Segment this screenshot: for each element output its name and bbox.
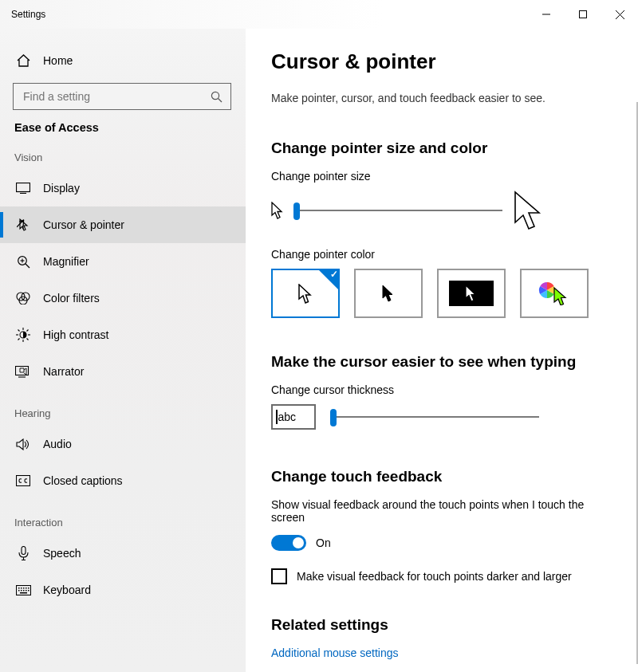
svg-rect-39 — [20, 592, 27, 594]
cursor-thickness-slider[interactable] — [330, 407, 539, 426]
display-icon — [14, 183, 32, 194]
sidebar-item-high-contrast[interactable]: High contrast — [0, 316, 246, 353]
home-row[interactable]: Home — [0, 45, 246, 77]
cursor-white-icon — [298, 284, 313, 304]
svg-line-23 — [18, 339, 20, 340]
svg-rect-34 — [18, 590, 20, 591]
sidebar-item-label: Magnifier — [43, 255, 89, 268]
magnifier-icon — [14, 255, 32, 269]
inverted-bg — [449, 281, 494, 306]
minimize-icon — [542, 10, 550, 18]
svg-rect-35 — [21, 590, 22, 591]
sidebar-item-label: Color filters — [43, 292, 100, 305]
svg-rect-37 — [26, 590, 27, 591]
sidebar-item-label: Narrator — [43, 365, 84, 378]
svg-rect-31 — [23, 588, 25, 589]
svg-rect-6 — [17, 183, 30, 192]
sidebar-item-label: Cursor & pointer — [43, 218, 124, 231]
section-related: Related settings — [271, 616, 612, 634]
svg-rect-32 — [26, 588, 27, 589]
color-filters-icon — [14, 292, 32, 305]
section-pointer-size-color: Change pointer size and color — [271, 140, 612, 157]
svg-rect-36 — [23, 590, 25, 591]
svg-rect-38 — [28, 590, 30, 591]
slider-thumb[interactable] — [330, 409, 337, 426]
page-title: Cursor & pointer — [271, 49, 612, 74]
sidebar-item-label: High contrast — [43, 328, 108, 341]
touch-feedback-description: Show visual feedback around the touch po… — [271, 498, 598, 524]
pointer-small-icon — [271, 202, 284, 219]
sidebar-item-cursor-pointer[interactable]: Cursor & pointer — [0, 206, 246, 243]
audio-icon — [14, 438, 32, 450]
close-button[interactable] — [601, 0, 638, 29]
group-label-vision: Vision — [0, 151, 246, 163]
svg-line-21 — [27, 339, 29, 340]
section-touch-feedback: Change touch feedback — [271, 468, 612, 485]
thickness-preview: abc — [271, 404, 316, 430]
sidebar-item-speech[interactable]: Speech — [0, 535, 246, 572]
touch-feedback-toggle[interactable] — [271, 535, 306, 551]
slider-track — [293, 210, 502, 211]
maximize-button[interactable] — [565, 0, 601, 29]
additional-mouse-settings-link[interactable]: Additional mouse settings — [271, 646, 612, 659]
sidebar-item-keyboard[interactable]: Keyboard — [0, 572, 246, 608]
pointer-size-label: Change pointer size — [271, 170, 612, 183]
group-label-interaction: Interaction — [0, 517, 246, 529]
svg-line-9 — [26, 264, 30, 268]
darker-larger-checkbox[interactable] — [271, 568, 287, 584]
closed-captions-icon — [14, 475, 32, 486]
search-box[interactable] — [13, 83, 231, 110]
cursor-black-icon — [382, 285, 395, 302]
content-area: Cursor & pointer Make pointer, cursor, a… — [246, 29, 638, 672]
svg-rect-33 — [28, 588, 30, 589]
sidebar-item-audio[interactable]: Audio — [0, 426, 246, 462]
minimize-button[interactable] — [528, 0, 565, 29]
page-subtitle: Make pointer, cursor, and touch feedback… — [271, 92, 612, 104]
sidebar-item-label: Display — [43, 182, 80, 195]
pointer-color-label: Change pointer color — [271, 248, 612, 261]
sidebar-item-label: Closed captions — [43, 474, 123, 487]
maximize-icon — [579, 10, 587, 18]
svg-rect-1 — [580, 11, 587, 18]
cursor-icon — [14, 218, 32, 232]
search-icon — [211, 91, 223, 103]
svg-point-4 — [211, 92, 219, 99]
pointer-color-black[interactable] — [354, 269, 423, 318]
pointer-color-custom[interactable] — [520, 269, 589, 318]
slider-track — [330, 416, 539, 418]
sidebar-item-label: Speech — [43, 547, 81, 560]
speech-icon — [14, 546, 32, 560]
search-input[interactable] — [22, 89, 211, 104]
cursor-inverted-icon — [465, 285, 478, 302]
slider-thumb[interactable] — [293, 202, 300, 220]
home-label: Home — [43, 54, 73, 67]
sidebar-item-color-filters[interactable]: Color filters — [0, 280, 246, 316]
sidebar-item-closed-captions[interactable]: Closed captions — [0, 462, 246, 499]
thickness-sample-text: abc — [278, 411, 297, 423]
selected-check-icon — [317, 269, 340, 291]
sidebar-item-magnifier[interactable]: Magnifier — [0, 243, 246, 280]
pointer-large-icon — [514, 191, 544, 230]
home-icon — [14, 54, 32, 67]
svg-line-5 — [219, 98, 223, 102]
color-wheel-icon — [538, 281, 570, 305]
toggle-state-label: On — [316, 536, 331, 549]
pointer-color-inverted[interactable] — [437, 269, 506, 318]
keyboard-icon — [14, 585, 32, 595]
pointer-color-white[interactable] — [271, 269, 340, 318]
svg-rect-27 — [22, 547, 26, 555]
pointer-size-slider[interactable] — [293, 201, 502, 220]
sidebar-item-narrator[interactable]: Narrator — [0, 353, 246, 390]
group-label-hearing: Hearing — [0, 407, 246, 419]
sidebar: Home Ease of Access Vision Display Curso… — [0, 29, 246, 672]
section-cursor-thickness: Make the cursor easier to see when typin… — [271, 353, 612, 371]
cursor-thickness-label: Change cursor thickness — [271, 383, 612, 396]
svg-rect-29 — [18, 588, 20, 589]
sidebar-item-display[interactable]: Display — [0, 170, 246, 206]
svg-rect-30 — [21, 588, 22, 589]
svg-line-20 — [18, 330, 20, 332]
text-caret-icon — [276, 410, 278, 424]
titlebar: Settings — [0, 0, 638, 29]
svg-line-22 — [27, 330, 29, 332]
close-icon — [616, 10, 624, 19]
